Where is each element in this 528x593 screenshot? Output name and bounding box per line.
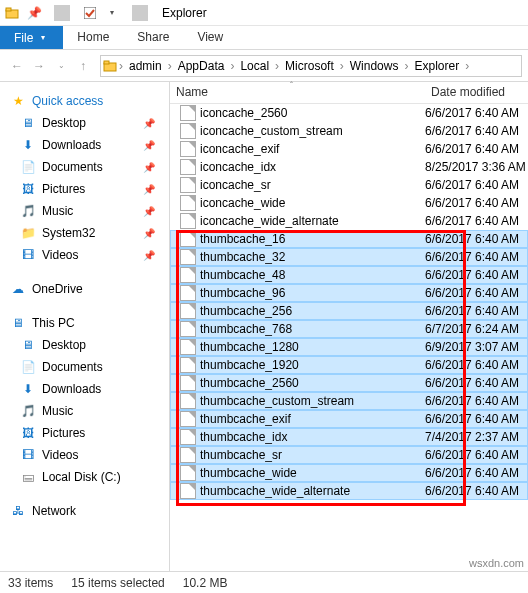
file-icon (180, 375, 196, 391)
cloud-icon: ☁ (10, 281, 26, 297)
column-headers: ˆ Name Date modified (170, 82, 528, 104)
status-selected-count: 15 items selected (71, 576, 164, 590)
status-bar: 33 items 15 items selected 10.2 MB (0, 571, 528, 593)
nav-item[interactable]: 🎵Music📌 (0, 200, 169, 222)
this-pc[interactable]: 🖥 This PC (0, 312, 169, 334)
file-row[interactable]: iconcache_idx8/25/2017 3:36 AM (170, 158, 528, 176)
nav-item[interactable]: 📁System32📌 (0, 222, 169, 244)
svg-rect-1 (6, 8, 11, 11)
status-item-count: 33 items (8, 576, 53, 590)
nav-item-icon: 📄 (20, 159, 36, 175)
column-name[interactable]: Name (170, 82, 425, 103)
nav-item-icon: 🎞 (20, 247, 36, 263)
breadcrumb[interactable]: › admin› AppData› Local› Microsoft› Wind… (100, 55, 522, 77)
file-row[interactable]: thumbcache_2566/6/2017 6:40 AM (170, 302, 528, 320)
file-icon (180, 303, 196, 319)
file-row[interactable]: iconcache_wide_alternate6/6/2017 6:40 AM (170, 212, 528, 230)
onedrive[interactable]: ☁ OneDrive (0, 278, 169, 300)
nav-item[interactable]: 🖼Pictures📌 (0, 178, 169, 200)
file-icon (180, 393, 196, 409)
pin-icon: 📌 (143, 118, 155, 129)
file-icon (180, 213, 196, 229)
file-row[interactable]: iconcache_wide6/6/2017 6:40 AM (170, 194, 528, 212)
pc-icon: 🖥 (10, 315, 26, 331)
file-row[interactable]: thumbcache_exif6/6/2017 6:40 AM (170, 410, 528, 428)
navigation-pane: ★ Quick access 🖥Desktop📌⬇Downloads📌📄Docu… (0, 82, 170, 571)
nav-item[interactable]: 📄Documents (0, 356, 169, 378)
nav-item[interactable]: 🖥Desktop📌 (0, 112, 169, 134)
svg-rect-2 (84, 7, 96, 19)
tab-share[interactable]: Share (123, 26, 183, 49)
nav-item[interactable]: 🖥Desktop (0, 334, 169, 356)
nav-item[interactable]: ⬇Downloads📌 (0, 134, 169, 156)
ribbon: File▾ Home Share View (0, 26, 528, 50)
pin-icon: 📌 (143, 140, 155, 151)
up-button[interactable]: ↑ (72, 55, 94, 77)
pin-icon[interactable]: 📌 (26, 5, 42, 21)
file-row[interactable]: thumbcache_166/6/2017 6:40 AM (170, 230, 528, 248)
file-icon (180, 267, 196, 283)
network[interactable]: 🖧 Network (0, 500, 169, 522)
file-row[interactable]: thumbcache_wide6/6/2017 6:40 AM (170, 464, 528, 482)
nav-item[interactable]: 🖴Local Disk (C:) (0, 466, 169, 488)
nav-item-icon: 🖼 (20, 425, 36, 441)
nav-item[interactable]: ⬇Downloads (0, 378, 169, 400)
file-row[interactable]: thumbcache_custom_stream6/6/2017 6:40 AM (170, 392, 528, 410)
recent-dropdown[interactable]: ⌄ (50, 55, 72, 77)
file-icon (180, 177, 196, 193)
file-row[interactable]: thumbcache_idx7/4/2017 2:37 AM (170, 428, 528, 446)
file-row[interactable]: thumbcache_wide_alternate6/6/2017 6:40 A… (170, 482, 528, 500)
file-icon (180, 105, 196, 121)
nav-item[interactable]: 🎞Videos📌 (0, 244, 169, 266)
nav-item[interactable]: 🎞Videos (0, 444, 169, 466)
file-row[interactable]: thumbcache_486/6/2017 6:40 AM (170, 266, 528, 284)
nav-item-icon: ⬇ (20, 381, 36, 397)
tab-file[interactable]: File▾ (0, 26, 63, 49)
file-icon (180, 159, 196, 175)
nav-item[interactable]: 🖼Pictures (0, 422, 169, 444)
svg-rect-4 (104, 61, 109, 64)
nav-item-icon: 🖥 (20, 115, 36, 131)
file-list[interactable]: iconcache_25606/6/2017 6:40 AMiconcache_… (170, 104, 528, 571)
nav-item[interactable]: 🎵Music (0, 400, 169, 422)
file-icon (180, 339, 196, 355)
file-row[interactable]: thumbcache_7686/7/2017 6:24 AM (170, 320, 528, 338)
pin-icon: 📌 (143, 162, 155, 173)
folder-icon (103, 59, 117, 73)
chevron-icon[interactable]: › (117, 59, 125, 73)
file-icon (180, 321, 196, 337)
nav-item-icon: 🎵 (20, 403, 36, 419)
tab-view[interactable]: View (183, 26, 237, 49)
nav-item-icon: 📁 (20, 225, 36, 241)
file-row[interactable]: thumbcache_19206/6/2017 6:40 AM (170, 356, 528, 374)
file-icon (180, 249, 196, 265)
file-row[interactable]: thumbcache_326/6/2017 6:40 AM (170, 248, 528, 266)
nav-item[interactable]: 📄Documents📌 (0, 156, 169, 178)
checkbox-select-icon[interactable] (82, 5, 98, 21)
pin-icon: 📌 (143, 206, 155, 217)
column-date[interactable]: Date modified (425, 82, 528, 103)
file-row[interactable]: iconcache_exif6/6/2017 6:40 AM (170, 140, 528, 158)
tab-home[interactable]: Home (63, 26, 123, 49)
folder-icon[interactable] (4, 5, 20, 21)
file-row[interactable]: iconcache_sr6/6/2017 6:40 AM (170, 176, 528, 194)
file-row[interactable]: thumbcache_12806/9/2017 3:07 AM (170, 338, 528, 356)
star-icon: ★ (10, 93, 26, 109)
pin-icon: 📌 (143, 228, 155, 239)
qat-dropdown-icon[interactable]: ▾ (104, 5, 120, 21)
file-row[interactable]: thumbcache_966/6/2017 6:40 AM (170, 284, 528, 302)
file-row[interactable]: thumbcache_sr6/6/2017 6:40 AM (170, 446, 528, 464)
file-row[interactable]: thumbcache_25606/6/2017 6:40 AM (170, 374, 528, 392)
file-icon (180, 447, 196, 463)
quick-access[interactable]: ★ Quick access (0, 90, 169, 112)
file-icon (180, 429, 196, 445)
file-icon (180, 483, 196, 499)
forward-button[interactable]: → (28, 55, 50, 77)
file-row[interactable]: iconcache_custom_stream6/6/2017 6:40 AM (170, 122, 528, 140)
file-icon (180, 231, 196, 247)
file-icon (180, 141, 196, 157)
window-title: Explorer (162, 6, 207, 20)
file-row[interactable]: iconcache_25606/6/2017 6:40 AM (170, 104, 528, 122)
nav-item-icon: 🖼 (20, 181, 36, 197)
back-button[interactable]: ← (6, 55, 28, 77)
